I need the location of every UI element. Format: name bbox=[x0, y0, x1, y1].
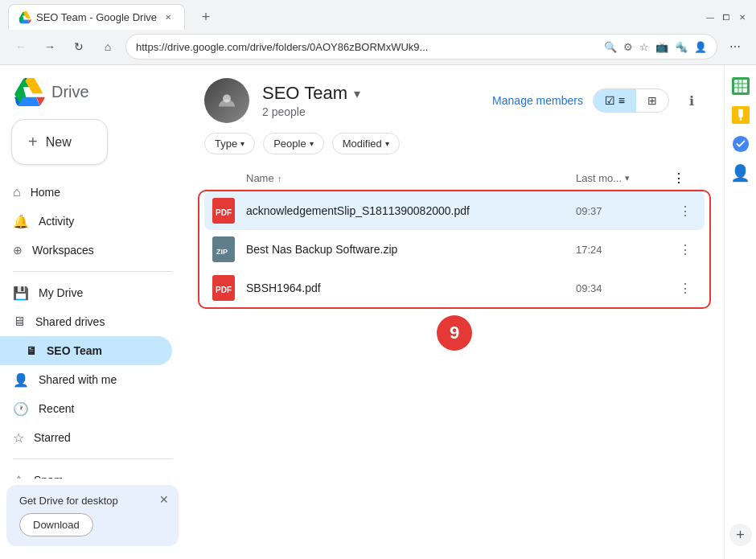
filter-modified-caret: ▾ bbox=[385, 139, 389, 148]
address-bar: ← → ↻ ⌂ https://drive.google.com/drive/f… bbox=[0, 29, 756, 64]
keep-svg bbox=[732, 106, 750, 124]
minimize-button[interactable]: — bbox=[705, 11, 716, 23]
file-list-container: Name ↑ Last mo... ▾ ⋮ bbox=[204, 167, 705, 307]
filter-type-caret: ▾ bbox=[240, 139, 244, 148]
sidebar-item-activity[interactable]: 🔔 Activity bbox=[0, 207, 172, 236]
badge-area: 9 bbox=[204, 307, 705, 388]
sidebar-divider-2 bbox=[13, 458, 172, 459]
info-button[interactable]: ℹ bbox=[679, 88, 705, 113]
back-button[interactable]: ← bbox=[10, 35, 32, 58]
sidebar-item-seo-team[interactable]: 🖥 SEO Team bbox=[0, 336, 172, 365]
filter-type-label: Type bbox=[215, 138, 237, 150]
file-date: 17:24 bbox=[576, 244, 672, 256]
col-header-more[interactable]: ⋮ bbox=[672, 171, 698, 186]
extension-icon[interactable]: 🔩 bbox=[675, 41, 688, 53]
col-date-text: Last mo... bbox=[576, 172, 622, 184]
url-bar[interactable]: https://drive.google.com/drive/folders/0… bbox=[125, 34, 717, 60]
sidebar-spam-label: Spam bbox=[34, 474, 64, 479]
col-header-date[interactable]: Last mo... ▾ bbox=[576, 172, 672, 184]
sidebar-item-my-drive[interactable]: 💾 My Drive bbox=[0, 278, 172, 307]
file-more-button[interactable]: ⋮ bbox=[672, 236, 698, 262]
list-view-button[interactable]: ☑ ≡ bbox=[594, 89, 636, 112]
folder-avatar bbox=[204, 78, 249, 123]
manage-members-button[interactable]: Manage members bbox=[492, 94, 583, 107]
get-drive-close-button[interactable]: ✕ bbox=[156, 491, 172, 508]
sidebar-item-spam[interactable]: ⚠ Spam bbox=[0, 466, 172, 479]
filter-modified-label: Modified bbox=[343, 138, 382, 150]
browser-chrome: SEO Team - Google Drive ✕ + — ⧠ ✕ ← → ↻ … bbox=[0, 0, 756, 65]
reload-button[interactable]: ↻ bbox=[68, 35, 90, 58]
app-layout: Drive + New ⌂ Home 🔔 Activity ⊕ Workspac… bbox=[0, 65, 756, 559]
workspaces-icon: ⊕ bbox=[13, 244, 23, 257]
sidebar-shared-with-me-label: Shared with me bbox=[39, 373, 117, 386]
cast-icon[interactable]: 📺 bbox=[655, 41, 668, 53]
filter-modified[interactable]: Modified ▾ bbox=[332, 133, 400, 154]
svg-text:PDF: PDF bbox=[216, 286, 232, 294]
profile-icon[interactable]: 👤 bbox=[694, 41, 707, 53]
pdf-file-icon-2: PDF bbox=[212, 275, 235, 301]
browser-tab[interactable]: SEO Team - Google Drive ✕ bbox=[8, 4, 185, 30]
seo-team-icon: 🖥 bbox=[26, 344, 37, 357]
pdf-icon-2: PDF bbox=[211, 275, 236, 301]
table-row[interactable]: PDF acknowledgementSlip_S1811390082000.p… bbox=[204, 191, 705, 230]
sort-date-icon: ▾ bbox=[625, 173, 630, 183]
shared-with-me-icon: 👤 bbox=[13, 372, 29, 388]
my-drive-icon: 💾 bbox=[13, 286, 29, 301]
right-panel-keep-icon[interactable] bbox=[728, 102, 754, 128]
svg-text:ZIP: ZIP bbox=[216, 248, 228, 256]
title-bar: SEO Team - Google Drive ✕ + — ⧠ ✕ bbox=[0, 0, 756, 29]
window-controls: — ⧠ ✕ bbox=[705, 11, 748, 23]
tune-icon[interactable]: ⚙ bbox=[623, 41, 633, 53]
search-url-icon[interactable]: 🔍 bbox=[604, 41, 617, 53]
table-row[interactable]: PDF SBSH1964.pdf 09:34 ⋮ bbox=[204, 269, 705, 307]
filter-people[interactable]: People ▾ bbox=[263, 133, 323, 154]
file-more-button[interactable]: ⋮ bbox=[672, 275, 698, 301]
sidebar-item-shared-drives[interactable]: 🖥 Shared drives bbox=[0, 307, 172, 336]
new-button[interactable]: + New bbox=[11, 119, 108, 165]
more-options-button[interactable]: ⋯ bbox=[724, 35, 746, 58]
tab-title: SEO Team - Google Drive bbox=[36, 11, 157, 23]
sidebar-item-shared-with-me[interactable]: 👤 Shared with me bbox=[0, 365, 172, 394]
folder-dropdown-icon[interactable]: ▾ bbox=[354, 86, 360, 101]
folder-title: SEO Team ▾ bbox=[262, 83, 492, 104]
download-button[interactable]: Download bbox=[19, 513, 93, 536]
filter-bar: Type ▾ People ▾ Modified ▾ bbox=[204, 133, 705, 154]
right-panel-sheets-icon[interactable] bbox=[728, 73, 754, 99]
url-icons: 🔍 ⚙ ☆ 📺 🔩 👤 bbox=[604, 41, 707, 53]
maximize-button[interactable]: ⧠ bbox=[721, 11, 732, 23]
grid-view-button[interactable]: ⊞ bbox=[636, 89, 668, 112]
tasks-svg bbox=[732, 135, 750, 153]
file-date: 09:34 bbox=[576, 282, 672, 294]
sidebar-item-starred[interactable]: ☆ Starred bbox=[0, 423, 172, 452]
get-drive-box: ✕ Get Drive for desktop Download bbox=[6, 485, 179, 546]
right-panel-contacts-icon[interactable]: 👤 bbox=[728, 160, 754, 186]
new-tab-button[interactable]: + bbox=[195, 6, 217, 28]
sidebar-divider-1 bbox=[13, 271, 172, 272]
right-panel-add-button[interactable]: + bbox=[729, 524, 752, 546]
drive-logo-text: Drive bbox=[51, 83, 89, 101]
col-name-text: Name bbox=[246, 172, 274, 184]
forward-button[interactable]: → bbox=[39, 35, 61, 58]
sidebar-item-home[interactable]: ⌂ Home bbox=[0, 178, 172, 207]
right-panel-tasks-icon[interactable] bbox=[728, 131, 754, 157]
folder-title-section: SEO Team ▾ 2 people bbox=[262, 83, 492, 118]
home-button[interactable]: ⌂ bbox=[97, 35, 119, 58]
svg-rect-8 bbox=[734, 80, 747, 92]
tab-close-button[interactable]: ✕ bbox=[162, 11, 175, 24]
file-name: Best Nas Backup Software.zip bbox=[246, 243, 576, 256]
sort-asc-icon: ↑ bbox=[277, 174, 282, 183]
sidebar-item-workspaces[interactable]: ⊕ Workspaces bbox=[0, 236, 172, 265]
svg-text:PDF: PDF bbox=[216, 208, 232, 217]
main-content: SEO Team ▾ 2 people Manage members ☑ ≡ ⊞… bbox=[185, 65, 724, 559]
new-button-label: New bbox=[46, 135, 72, 150]
plus-icon: + bbox=[28, 133, 38, 151]
file-more-button[interactable]: ⋮ bbox=[672, 198, 698, 224]
annotation-badge: 9 bbox=[437, 315, 472, 351]
sidebar-item-recent[interactable]: 🕐 Recent bbox=[0, 394, 172, 423]
col-header-name[interactable]: Name ↑ bbox=[246, 172, 576, 184]
close-window-button[interactable]: ✕ bbox=[737, 11, 748, 23]
folder-avatar-placeholder bbox=[204, 78, 249, 123]
star-icon[interactable]: ☆ bbox=[639, 41, 649, 53]
table-row[interactable]: ZIP Best Nas Backup Software.zip 17:24 ⋮ bbox=[204, 230, 705, 269]
filter-type[interactable]: Type ▾ bbox=[204, 133, 255, 154]
